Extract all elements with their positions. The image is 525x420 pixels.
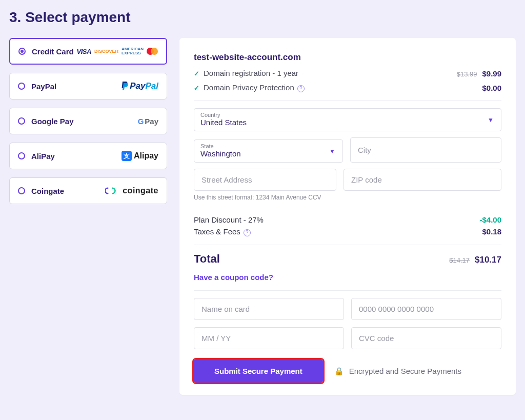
old-price: $13.99	[457, 70, 477, 78]
item-label: Domain registration - 1 year	[204, 69, 298, 77]
plan-discount-label: Plan Discount - 27%	[194, 215, 264, 224]
payment-method-credit-card[interactable]: Credit Card VISA DISCOVER AMERICANEXPRES…	[9, 38, 167, 65]
method-label: Google Pay	[31, 117, 74, 126]
payment-method-alipay[interactable]: AliPay 支Alipay	[9, 143, 167, 169]
method-label: PayPal	[31, 82, 56, 91]
card-cvc-input[interactable]	[351, 327, 501, 349]
paypal-icon: PayPal	[120, 81, 158, 91]
method-label: AliPay	[31, 152, 55, 161]
radio-icon	[18, 187, 25, 194]
paypal-mark-icon	[120, 81, 130, 91]
check-icon: ✓	[194, 84, 199, 92]
secure-note-text: Encrypted and Secure Payments	[349, 367, 461, 375]
plan-discount-row: Plan Discount - 27% -$4.00	[194, 215, 501, 224]
check-icon: ✓	[194, 70, 199, 77]
chevron-down-icon: ▼	[329, 148, 335, 155]
method-label: Credit Card	[32, 47, 74, 56]
taxes-label: Taxes & Fees?	[194, 227, 251, 236]
payment-methods-list: Credit Card VISA DISCOVER AMERICANEXPRES…	[9, 38, 167, 212]
price: $0.00	[482, 84, 501, 92]
help-icon[interactable]: ?	[297, 85, 305, 92]
help-icon[interactable]: ?	[244, 229, 251, 236]
lock-icon: 🔒	[334, 367, 344, 376]
coingate-icon: coingate	[105, 186, 158, 195]
price: $9.99	[482, 69, 501, 78]
card-expiry-input[interactable]	[194, 327, 344, 349]
visa-icon: VISA	[77, 48, 91, 55]
field-label: State	[200, 143, 336, 149]
total-value: $10.17	[475, 255, 501, 265]
google-pay-icon: GPay	[138, 117, 158, 126]
chevron-down-icon: ▼	[488, 116, 494, 124]
divider	[194, 245, 501, 245]
payment-method-paypal[interactable]: PayPal PayPal	[9, 73, 167, 99]
payment-method-google-pay[interactable]: Google Pay GPay	[9, 108, 167, 134]
field-value: Washington	[200, 149, 336, 158]
zip-input[interactable]	[344, 169, 501, 191]
street-hint: Use this street format: 1234 Main Avenue…	[194, 194, 336, 201]
city-input[interactable]	[350, 137, 501, 163]
plan-discount-value: -$4.00	[479, 215, 501, 224]
total-old-price: $14.17	[449, 256, 470, 264]
method-label: Coingate	[31, 187, 64, 195]
payment-logos: VISA DISCOVER AMERICANEXPRESS	[77, 47, 158, 55]
line-item-privacy: ✓Domain Privacy Protection? $0.00	[194, 83, 501, 92]
radio-icon	[18, 83, 25, 90]
coupon-link[interactable]: Have a coupon code?	[194, 273, 273, 282]
line-item-registration: ✓Domain registration - 1 year $13.99 $9.…	[194, 69, 501, 78]
divider	[194, 101, 501, 101]
radio-icon	[18, 117, 25, 125]
field-value: United States	[200, 118, 495, 127]
taxes-row: Taxes & Fees? $0.18	[194, 227, 501, 236]
order-panel: test-website-account.com ✓Domain registr…	[179, 38, 516, 395]
state-select[interactable]: State Washington ▼	[194, 139, 343, 163]
total-row: Total $14.17 $10.17	[194, 252, 501, 266]
secure-note: 🔒 Encrypted and Secure Payments	[334, 367, 461, 376]
total-label: Total	[194, 252, 220, 266]
submit-payment-button[interactable]: Submit Secure Payment	[194, 359, 323, 383]
card-name-input[interactable]	[194, 298, 344, 320]
mastercard-icon	[147, 48, 158, 55]
radio-icon	[18, 48, 26, 55]
item-label: Domain Privacy Protection	[204, 83, 294, 92]
card-number-input[interactable]	[351, 298, 501, 320]
domain-name: test-website-account.com	[194, 52, 501, 63]
country-select[interactable]: Country United States ▼	[194, 108, 501, 131]
street-input[interactable]	[194, 169, 336, 191]
field-label: Country	[200, 112, 495, 118]
amex-icon: AMERICANEXPRESS	[122, 47, 144, 55]
page-title: 3. Select payment	[9, 9, 516, 26]
radio-icon	[18, 152, 25, 159]
payment-method-coingate[interactable]: Coingate coingate	[9, 177, 167, 204]
divider	[194, 290, 501, 291]
taxes-value: $0.18	[482, 227, 501, 236]
discover-icon: DISCOVER	[94, 49, 118, 54]
alipay-icon: 支Alipay	[122, 151, 158, 161]
